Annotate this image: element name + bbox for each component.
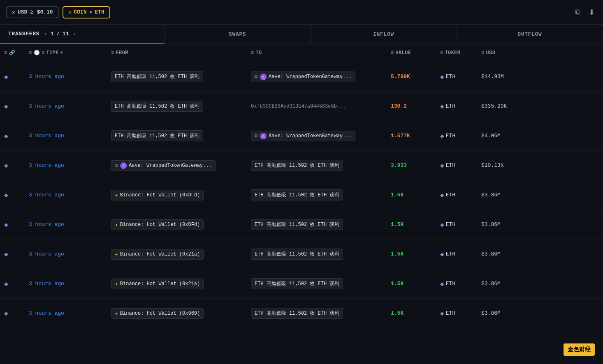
filter-usd-tag[interactable]: ✕ USD ≥ $0.10 — [7, 7, 58, 18]
filter-icon-time2: ≡ — [42, 50, 45, 56]
prev-page-button[interactable]: ‹ — [43, 30, 48, 37]
copy-icon: ⧉ — [115, 163, 118, 168]
tag-text: ETH 高抛低吸 11,502 枚 ETH 获利 — [115, 103, 199, 110]
to-cell[interactable]: ETH 高抛低吸 11,502 枚 ETH 获利 — [247, 216, 387, 233]
from-cell[interactable]: ✦Binance: Hot Wallet (0xDFd) — [107, 187, 247, 204]
filter-coin-tag[interactable]: ✕ COIN ♦ ETH — [63, 6, 110, 18]
time-value: 3 hours ago — [29, 192, 64, 198]
usd-amount: $10.13K — [481, 162, 504, 168]
from-cell[interactable]: ETH 高抛低吸 11,502 枚 ETH 获利 — [107, 127, 247, 145]
next-page-button[interactable]: › — [72, 30, 77, 37]
page-separator: / — [56, 31, 60, 37]
to-tag[interactable]: ETH 高抛低吸 11,502 枚 ETH 获利 — [251, 308, 343, 319]
to-aave[interactable]: ⧉AAave: WrappedTokenGateway... — [251, 131, 355, 141]
eth-icon: ◆ — [4, 280, 8, 288]
time-cell: 3 hours ago — [25, 129, 107, 142]
tag-text2: ETH 高抛低吸 11,502 枚 ETH 获利 — [255, 221, 339, 228]
tag-text2: ETH 高抛低吸 11,502 枚 ETH 获利 — [255, 191, 339, 198]
tab-swaps[interactable]: SWAPS — [165, 25, 311, 44]
col-time-header[interactable]: ≡ 🕐 ≡ TIME ▼ — [25, 47, 107, 58]
time-value: 3 hours ago — [29, 310, 64, 316]
to-plain[interactable]: 0xfb3CCB28Aed313E47a844583e8b... — [251, 104, 346, 109]
from-binance[interactable]: ✦Binance: Hot Wallet (0x21a) — [111, 279, 204, 289]
col-icon: ≡ 🔗 — [0, 47, 25, 58]
from-cell[interactable]: ✦Binance: Hot Wallet (0x21a) — [107, 246, 247, 263]
value-cell: 1.5K — [387, 248, 436, 260]
token-name: ETH — [446, 192, 455, 198]
filter-icon-value: ≡ — [391, 50, 394, 56]
page-current: 1 — [51, 31, 54, 37]
col-from-header[interactable]: ≡ FROM — [107, 47, 247, 58]
time-value: 3 hours ago — [29, 133, 64, 139]
to-tag[interactable]: ETH 高抛低吸 11,502 枚 ETH 获利 — [251, 219, 343, 230]
table-row: ◆3 hours agoETH 高抛低吸 11,502 枚 ETH 获利⧉AAa… — [0, 121, 603, 151]
to-cell[interactable]: 0xfb3CCB28Aed313E47a844583e8b... — [247, 100, 387, 113]
to-tag[interactable]: ETH 高抛低吸 11,502 枚 ETH 获利 — [251, 249, 343, 260]
filter-icon-token: ≡ — [440, 50, 443, 56]
table-row: ◆3 hours ago✦Binance: Hot Wallet (0xDFd)… — [0, 180, 603, 210]
from-cell[interactable]: ⧉AAave: WrappedTokenGateway... — [107, 157, 247, 174]
tag-text2: ETH 高抛低吸 11,502 枚 ETH 获利 — [255, 162, 339, 169]
token-cell: ◆ETH — [436, 276, 477, 291]
to-cell[interactable]: ETH 高抛低吸 11,502 枚 ETH 获利 — [247, 304, 387, 322]
from-cell[interactable]: ETH 高抛低吸 11,502 枚 ETH 获利 — [107, 68, 247, 85]
token-cell: ◆ETH — [436, 69, 477, 84]
usd-cell: $3.86M — [477, 307, 526, 320]
token-cell: ◆ETH — [436, 129, 477, 143]
from-tag[interactable]: ETH 高抛低吸 11,502 枚 ETH 获利 — [111, 71, 203, 82]
col-value-header[interactable]: ≡ VALUE — [387, 47, 436, 58]
eth-chain-icon: ◆ — [0, 99, 25, 114]
from-binance[interactable]: ✦Binance: Hot Wallet (0xDFd) — [111, 219, 204, 230]
eth-chain-icon: ◆ — [0, 247, 25, 262]
to-cell[interactable]: ETH 高抛低吸 11,502 枚 ETH 获利 — [247, 157, 387, 174]
to-cell[interactable]: ETH 高抛低吸 11,502 枚 ETH 获利 — [247, 275, 387, 293]
close-x-icon: ✕ — [12, 9, 15, 16]
eth-chain-icon: ◆ — [0, 69, 25, 84]
from-binance[interactable]: ✦Binance: Hot Wallet (0x969) — [111, 308, 204, 319]
to-tag[interactable]: ETH 高抛低吸 11,502 枚 ETH 获利 — [251, 189, 343, 200]
to-tag[interactable]: ETH 高抛低吸 11,502 枚 ETH 获利 — [251, 278, 343, 289]
from-cell[interactable]: ✦Binance: Hot Wallet (0x21a) — [107, 275, 247, 293]
usd-amount: $3.86M — [481, 221, 501, 228]
tab-inflow[interactable]: INFLOW — [311, 25, 457, 44]
eth-token-icon: ◆ — [440, 309, 444, 318]
to-tag[interactable]: ETH 高抛低吸 11,502 枚 ETH 获利 — [251, 160, 343, 171]
value-amount: 3.933 — [391, 162, 407, 168]
filter-icon: ≡ — [4, 50, 7, 56]
usd-cell: $3.86M — [477, 248, 526, 260]
col-to-header[interactable]: ≡ TO — [247, 47, 387, 58]
close-x-icon-coin: ✕ — [68, 9, 72, 16]
from-aave[interactable]: ⧉AAave: WrappedTokenGateway... — [111, 160, 216, 171]
tab-transfers[interactable]: TRANSFERS ‹ 1 / 11 › — [0, 25, 165, 44]
copy-icon2: ⧉ — [255, 134, 258, 138]
time-cell: 3 hours ago — [25, 307, 107, 320]
download-button[interactable]: ⬇ — [587, 6, 596, 18]
to-cell[interactable]: ⧉AAave: WrappedTokenGateway... — [247, 127, 387, 145]
usd-amount: $14.93M — [481, 74, 504, 80]
col-token-header[interactable]: ≡ TOKEN — [436, 47, 477, 58]
to-cell[interactable]: ETH 高抛低吸 11,502 枚 ETH 获利 — [247, 186, 387, 204]
time-cell: 3 hours ago — [25, 218, 107, 231]
token-cell: ◆ETH — [436, 99, 477, 114]
from-cell[interactable]: ✦Binance: Hot Wallet (0xDFd) — [107, 216, 247, 233]
from-tag[interactable]: ETH 高抛低吸 11,502 枚 ETH 获利 — [111, 130, 203, 141]
usd-cell: $3.86M — [477, 277, 526, 290]
copy-button[interactable]: ⧉ — [573, 6, 582, 18]
from-cell[interactable]: ✦Binance: Hot Wallet (0x969) — [107, 305, 247, 322]
watermark: 金色财经 — [564, 343, 595, 356]
value-cell: 1.5K — [387, 218, 436, 231]
col-usd-header[interactable]: ≡ USD — [477, 47, 526, 58]
from-tag[interactable]: ETH 高抛低吸 11,502 枚 ETH 获利 — [111, 101, 203, 112]
time-cell: 3 hours ago — [25, 159, 107, 172]
eth-token-icon: ◆ — [440, 280, 444, 288]
from-binance[interactable]: ✦Binance: Hot Wallet (0x21a) — [111, 249, 204, 260]
from-binance[interactable]: ✦Binance: Hot Wallet (0xDFd) — [111, 190, 204, 200]
eth-icon: ◆ — [4, 250, 8, 258]
to-cell[interactable]: ETH 高抛低吸 11,502 枚 ETH 获利 — [247, 245, 387, 263]
to-cell[interactable]: ⧉AAave: WrappedTokenGateway... — [247, 68, 387, 85]
tab-swaps-label: SWAPS — [229, 31, 246, 37]
from-cell[interactable]: ETH 高抛低吸 11,502 枚 ETH 获利 — [107, 97, 247, 115]
tab-outflow[interactable]: OUTFLOW — [457, 25, 603, 44]
value-cell: 5.799K — [387, 70, 436, 83]
to-aave[interactable]: ⧉AAave: WrappedTokenGateway... — [251, 71, 355, 82]
